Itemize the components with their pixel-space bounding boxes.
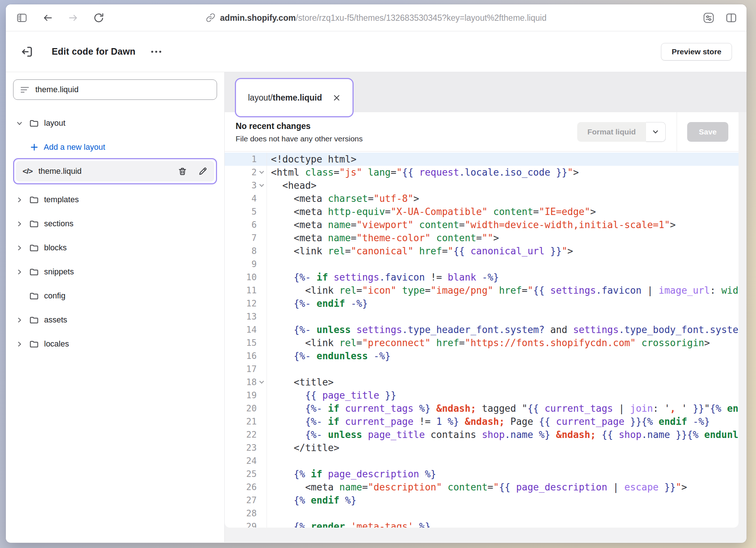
fold-caret-icon[interactable]: [257, 179, 267, 192]
code-line[interactable]: 1<!doctype html>: [225, 153, 739, 166]
page-settings-icon[interactable]: [703, 12, 714, 24]
line-number: 4: [225, 192, 257, 205]
fold-spacer: [257, 441, 267, 454]
code-line[interactable]: 7 <meta name="theme-color" content="">: [225, 231, 739, 244]
code-text: <html class="js" lang="{{ request.locale…: [267, 166, 739, 179]
tree-folder-assets[interactable]: assets: [13, 312, 217, 328]
code-line[interactable]: 26 <meta name="description" content="{{ …: [225, 481, 739, 494]
code-line[interactable]: 28: [225, 507, 739, 520]
line-number: 28: [225, 507, 257, 520]
fold-spacer: [257, 481, 267, 494]
editor-toolbar: No recent changes File does not have any…: [225, 112, 739, 152]
fold-spacer: [257, 363, 267, 376]
tree-folder-label: assets: [44, 315, 67, 325]
code-line[interactable]: 18 <title>: [225, 376, 739, 389]
code-line[interactable]: 17: [225, 363, 739, 376]
tree-folder-templates[interactable]: templates: [13, 192, 217, 208]
code-line[interactable]: 21 {%- if current_page != 1 %} &ndash; P…: [225, 415, 739, 428]
line-number: 22: [225, 428, 257, 441]
tree-folder-label: layout: [44, 118, 66, 128]
code-text: <head>: [267, 179, 739, 192]
search-input[interactable]: [35, 85, 210, 94]
code-line[interactable]: 4 <meta charset="utf-8">: [225, 192, 739, 205]
back-icon[interactable]: [42, 13, 53, 23]
code-line[interactable]: 16 {%- endunless -%}: [225, 349, 739, 363]
forward-icon[interactable]: [68, 13, 79, 23]
code-line[interactable]: 23 </title>: [225, 441, 739, 454]
tree-file-theme-liquid[interactable]: </> theme.liquid: [16, 161, 214, 181]
reload-icon[interactable]: [93, 12, 104, 23]
code-line[interactable]: 24: [225, 454, 739, 467]
code-text: <link rel="preconnect" href="https://fon…: [267, 336, 739, 349]
code-line[interactable]: 14 {%- unless settings.type_header_font.…: [225, 323, 739, 336]
tree-folder-snippets[interactable]: snippets: [13, 264, 217, 280]
line-number: 2: [225, 166, 257, 179]
format-liquid-button[interactable]: Format liquid: [577, 122, 646, 142]
address-bar[interactable]: admin.shopify.com/store/rzq1xu-f5/themes…: [206, 13, 546, 23]
code-line[interactable]: 5 <meta http-equiv="X-UA-Compatible" con…: [225, 205, 739, 218]
file-search-box[interactable]: [13, 79, 217, 100]
more-actions-icon[interactable]: [151, 50, 162, 54]
fold-caret-icon[interactable]: [257, 166, 267, 179]
tree-folder-layout[interactable]: layout: [13, 115, 217, 131]
toolbar-actions: Format liquid Save: [577, 112, 739, 151]
add-new-layout-link[interactable]: Add a new layout: [13, 139, 217, 155]
line-number: 1: [225, 153, 257, 166]
folder-icon: [29, 243, 39, 253]
line-number: 13: [225, 310, 257, 323]
line-number: 23: [225, 441, 257, 454]
tree-folder-sections[interactable]: sections: [13, 216, 217, 232]
code-line[interactable]: 10 {%- if settings.favicon != blank -%}: [225, 271, 739, 284]
line-number: 10: [225, 271, 257, 284]
preview-store-button[interactable]: Preview store: [661, 43, 732, 60]
code-line[interactable]: 22 {%- unless page_title contains shop.n…: [225, 428, 739, 441]
tree-folder-blocks[interactable]: blocks: [13, 240, 217, 256]
save-button[interactable]: Save: [687, 122, 728, 142]
fold-spacer: [257, 520, 267, 528]
code-lines: 1<!doctype html>2<html class="js" lang="…: [225, 153, 739, 528]
rename-file-icon[interactable]: [198, 167, 208, 176]
code-line[interactable]: 13: [225, 310, 739, 323]
chevron-right-icon: [13, 245, 25, 251]
code-line[interactable]: 20 {%- if current_tags %} &ndash; tagged…: [225, 402, 739, 415]
fold-spacer: [257, 323, 267, 336]
url-host: admin.shopify.com: [220, 13, 296, 22]
line-number: 25: [225, 467, 257, 481]
fold-caret-icon[interactable]: [257, 376, 267, 389]
code-line[interactable]: 11 <link rel="icon" type="image/png" hre…: [225, 284, 739, 297]
code-line[interactable]: 15 <link rel="preconnect" href="https://…: [225, 336, 739, 349]
tree-folder-config[interactable]: config: [13, 288, 217, 304]
code-line[interactable]: 25 {% if page_description %}: [225, 467, 739, 481]
chevron-right-icon: [13, 317, 25, 323]
code-line[interactable]: 2<html class="js" lang="{{ request.local…: [225, 166, 739, 179]
code-line[interactable]: 9: [225, 258, 739, 271]
format-options-chevron[interactable]: [646, 122, 666, 142]
fold-spacer: [257, 205, 267, 218]
code-text: {%- if settings.favicon != blank -%}: [267, 271, 739, 284]
code-line[interactable]: 8 <link rel="canonical" href="{{ canonic…: [225, 244, 739, 258]
line-number: 24: [225, 454, 257, 467]
split-view-icon[interactable]: [725, 12, 737, 23]
tree-folder-locales[interactable]: locales: [13, 336, 217, 352]
code-text: [267, 507, 739, 520]
code-line[interactable]: 12 {%- endif -%}: [225, 297, 739, 310]
line-number: 21: [225, 415, 257, 428]
line-number: 14: [225, 323, 257, 336]
code-line[interactable]: 29 {% render 'meta-tags' %}: [225, 520, 739, 528]
sidebar-toggle-icon[interactable]: [16, 12, 28, 23]
code-text: <!doctype html>: [267, 153, 739, 166]
status-title: No recent changes: [236, 121, 363, 131]
code-line[interactable]: 6 <meta name="viewport" content="width=d…: [225, 218, 739, 231]
exit-editor-icon[interactable]: [20, 45, 34, 58]
code-line[interactable]: 27 {% endif %}: [225, 494, 739, 507]
tab-layout-theme-liquid[interactable]: layout/theme.liquid: [238, 81, 351, 114]
toolbar-divider: [677, 112, 677, 151]
close-tab-icon[interactable]: [333, 94, 340, 102]
filter-icon: [20, 85, 29, 94]
delete-file-icon[interactable]: [178, 167, 187, 176]
code-editor[interactable]: 1<!doctype html>2<html class="js" lang="…: [225, 152, 739, 528]
code-text: <meta name="description" content="{{ pag…: [267, 481, 739, 494]
tab-strip: layout/theme.liquid: [225, 72, 747, 112]
code-line[interactable]: 3 <head>: [225, 179, 739, 192]
code-line[interactable]: 19 {{ page_title }}: [225, 389, 739, 402]
